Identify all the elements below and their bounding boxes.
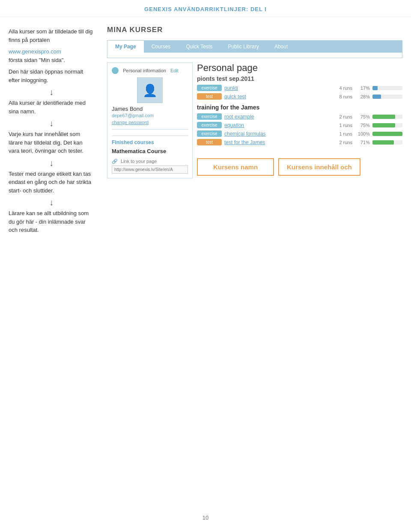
arrow-icon4: ↓: [9, 198, 94, 207]
badge-test: test: [197, 139, 222, 145]
runs-info: 8 runs: [331, 94, 352, 99]
sidebar-para6: Tester med orange etikett kan tas endast…: [9, 170, 94, 195]
sidebar: Alla kurser som är tilldelade till dig f…: [0, 17, 103, 246]
nav-item-publiclibrary[interactable]: Public Library: [220, 41, 267, 53]
personal-info-panel: Personal information Edit 👤 James Bond d…: [107, 62, 193, 178]
pct-label: 28%: [355, 94, 370, 99]
nav-item-mypage[interactable]: My Page: [107, 41, 144, 53]
item-name[interactable]: root example: [224, 114, 328, 120]
pct-label: 17%: [355, 86, 370, 91]
sidebar-para4: Alla kurser är identifierade med sina na…: [9, 99, 94, 115]
link-to-page-label: Link to your page: [121, 159, 157, 164]
runs-info: 1 runs: [331, 123, 352, 128]
url-box[interactable]: http://www.genexis.lv/Site/en/A: [112, 166, 188, 174]
person-icon: [112, 67, 119, 74]
change-password-link[interactable]: change password: [112, 120, 188, 125]
page-number: 10: [0, 510, 411, 528]
sidebar-para2: första sidan "Min sida".: [9, 56, 94, 65]
sidebar-para1: Alla kurser som är tilldelade till dig f…: [9, 27, 94, 44]
item-name[interactable]: quick test: [224, 94, 328, 100]
badge-exercise: exercise: [197, 122, 222, 128]
item-name[interactable]: chemical formulas: [224, 131, 328, 137]
pct-label: 75%: [355, 123, 370, 128]
table-row: exercise root example 2 runs 75%: [197, 113, 402, 120]
annotation-box2: Kursens innehåll och: [278, 158, 360, 176]
sidebar-link[interactable]: www.genexispro.com: [9, 48, 61, 55]
sidebar-para5: Varje kurs har innehållet som lärare har…: [9, 130, 94, 155]
arrow-icon1: ↓: [9, 88, 94, 96]
badge-exercise: exercise: [197, 130, 222, 137]
table-row: exercise punkti 4 runs 17%: [197, 85, 402, 91]
pct-label: 71%: [355, 140, 370, 145]
nav-bar: My Page Courses Quick Tests Public Libra…: [107, 41, 402, 53]
user-name: James Bond: [112, 106, 188, 112]
progress-bar: [372, 95, 402, 99]
link-to-page: 🔗 Link to your page: [112, 159, 188, 164]
nav-bar-wrapper: My Page Courses Quick Tests Public Libra…: [107, 40, 402, 58]
progress-bar: [372, 132, 402, 136]
badge-exercise: exercise: [197, 85, 222, 91]
item-name[interactable]: test for the James: [224, 139, 328, 145]
edit-link[interactable]: Edit: [170, 68, 179, 73]
sidebar-para3: Den här sidan öppnas normalt efter inlog…: [9, 68, 94, 84]
nav-item-courses[interactable]: Courses: [144, 41, 179, 53]
avatar: 👤: [137, 77, 163, 103]
runs-info: 2 runs: [331, 140, 352, 145]
user-email: depe67@gmail.com: [112, 113, 188, 118]
progress-bar: [372, 86, 402, 90]
item-name[interactable]: punkti: [224, 85, 328, 91]
sidebar-para7: Lärare kan se allt utbildning som du gör…: [9, 209, 94, 234]
badge-test: test: [197, 93, 222, 100]
runs-info: 2 runs: [331, 114, 352, 119]
page-title: GENEXIS ANVÄNDARRIKTLINJER: DEL I: [0, 0, 411, 17]
finished-course-name: Mathematica Course: [112, 148, 188, 154]
table-row: exercise chemical formulas 1 runs 100%: [197, 130, 402, 137]
section-title: MINA KURSER: [107, 26, 402, 34]
annotation-box1: Kursens namn: [197, 158, 274, 176]
item-name[interactable]: equation: [224, 122, 328, 128]
progress-bar: [372, 115, 402, 119]
pct-label: 75%: [355, 114, 370, 119]
finished-courses-label: Finished courses: [112, 136, 188, 145]
link-icon: 🔗: [112, 159, 118, 164]
table-row: test quick test 8 runs 28%: [197, 93, 402, 100]
arrow-icon3: ↓: [9, 159, 94, 167]
progress-bar: [372, 123, 402, 127]
main-content: MINA KURSER My Page Courses Quick Tests …: [103, 17, 411, 246]
personal-info-label: Personal information: [123, 68, 166, 73]
course2-title: training for the James: [197, 104, 402, 111]
table-row: exercise equation 1 runs 75%: [197, 122, 402, 128]
personal-page-panel: Personal page pionts test sep.2011 exerc…: [197, 62, 402, 178]
arrow-icon2: ↓: [9, 119, 94, 127]
annotation-row: Kursens namn Kursens innehåll och: [197, 158, 402, 176]
course1-title: pionts test sep.2011: [197, 75, 402, 82]
personal-page-title: Personal page: [197, 62, 402, 74]
table-row: test test for the James 2 runs 71%: [197, 139, 402, 145]
divider: [112, 129, 188, 130]
badge-exercise: exercise: [197, 113, 222, 120]
content-area: Personal information Edit 👤 James Bond d…: [107, 62, 402, 178]
progress-bar: [372, 140, 402, 145]
personal-info-header: Personal information Edit: [112, 67, 188, 74]
avatar-icon: 👤: [143, 83, 158, 98]
nav-item-quicktests[interactable]: Quick Tests: [178, 41, 220, 53]
runs-info: 4 runs: [331, 86, 352, 91]
runs-info: 1 runs: [331, 131, 352, 136]
nav-item-about[interactable]: About: [267, 41, 295, 53]
pct-label: 100%: [355, 131, 370, 136]
